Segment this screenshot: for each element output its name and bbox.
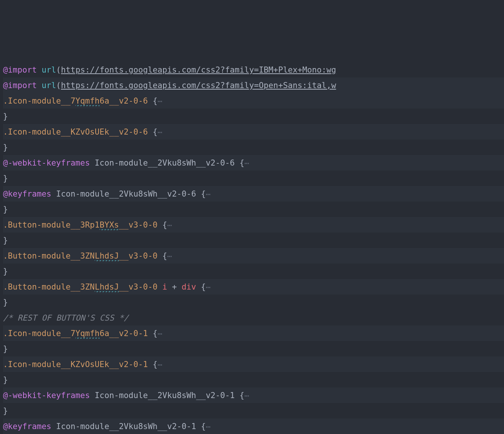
at-rule-keyword: @import <box>3 65 37 74</box>
selector-token: 6a__v2-0-1 <box>100 329 148 338</box>
code-line[interactable]: /* REST OF BUTTON'S CSS */ <box>3 310 504 326</box>
code-line[interactable]: } <box>3 232 504 248</box>
code-token: } <box>3 205 8 214</box>
code-token <box>167 282 172 291</box>
selector-token: Yqmfh <box>75 96 100 106</box>
code-token: { <box>201 422 206 431</box>
code-token: { <box>148 96 158 105</box>
code-token: { <box>148 127 158 136</box>
selector-token: .Button-module__3Rp1 <box>3 220 100 229</box>
code-token: } <box>3 236 8 245</box>
code-editor[interactable]: @import url(https://fonts.googleapis.com… <box>0 62 504 434</box>
code-line[interactable]: @keyframes Icon-module__2Vku8sWh__v2-0-1… <box>3 418 504 434</box>
code-token <box>157 282 162 291</box>
code-line[interactable]: } <box>3 140 504 155</box>
code-token: } <box>3 406 8 415</box>
code-token: } <box>3 344 8 353</box>
code-line[interactable]: .Button-module__3ZNLhdsJ__v3-0-0 {⋯ <box>3 248 504 264</box>
code-line[interactable]: .Icon-module__7Yqmfh6a__v2-0-1 {⋯ <box>3 326 504 341</box>
code-token <box>37 65 42 74</box>
at-rule-keyword: @keyframes <box>3 189 51 198</box>
at-rule-keyword: @-webkit-keyframes <box>3 391 90 400</box>
selector-token: .Icon-module__7 <box>3 329 75 338</box>
selector-token: __v3-0-0 <box>119 251 157 260</box>
code-token: Icon-module__2Vku8sWh__v2-0-6 <box>90 158 240 167</box>
function-name: url <box>42 65 56 74</box>
code-line[interactable]: .Button-module__3Rp1BYXs__v3-0-0 {⋯ <box>3 217 504 232</box>
selector-token: BYXs <box>100 220 119 230</box>
tag-selector-token: div <box>182 282 196 291</box>
url-literal: https://fonts.googleapis.com/css2?family… <box>61 81 336 90</box>
code-token: + <box>172 282 177 291</box>
fold-ellipsis-icon[interactable]: ⋯ <box>244 391 249 400</box>
selector-token: 6a__v2-0-6 <box>100 96 148 105</box>
code-line[interactable]: @-webkit-keyframes Icon-module__2Vku8sWh… <box>3 155 504 170</box>
code-line[interactable]: } <box>3 341 504 356</box>
fold-ellipsis-icon[interactable]: ⋯ <box>206 282 211 292</box>
comment-token: /* REST OF BUTTON'S CSS */ <box>3 313 129 322</box>
fold-ellipsis-icon[interactable]: ⋯ <box>167 220 172 230</box>
selector-token: .Button-module__3ZN <box>3 251 95 260</box>
code-line[interactable]: } <box>3 403 504 418</box>
code-token: } <box>3 143 8 152</box>
url-literal: https://fonts.googleapis.com/css2?family… <box>61 65 336 74</box>
code-token: ( <box>56 81 61 90</box>
code-line[interactable]: @-webkit-keyframes Icon-module__2Vku8sWh… <box>3 388 504 403</box>
selector-token: LhdsJ <box>95 251 119 261</box>
code-token: { <box>240 158 244 167</box>
code-token: { <box>240 391 244 400</box>
fold-ellipsis-icon[interactable]: ⋯ <box>157 329 162 338</box>
code-line[interactable]: .Icon-module__7Yqmfh6a__v2-0-6 {⋯ <box>3 93 504 108</box>
code-token: Icon-module__2Vku8sWh__v2-0-1 <box>90 391 240 400</box>
code-token: { <box>157 220 167 229</box>
code-token: { <box>148 329 158 338</box>
fold-ellipsis-icon[interactable]: ⋯ <box>206 422 211 431</box>
at-rule-keyword: @-webkit-keyframes <box>3 158 90 167</box>
code-line[interactable]: .Button-module__3ZNLhdsJ__v3-0-0 i + div… <box>3 279 504 294</box>
code-token: } <box>3 375 8 384</box>
tag-selector-token: i <box>162 282 167 291</box>
code-token: } <box>3 174 8 183</box>
fold-ellipsis-icon[interactable]: ⋯ <box>157 360 162 369</box>
code-line[interactable]: @keyframes Icon-module__2Vku8sWh__v2-0-6… <box>3 186 504 202</box>
code-token: { <box>148 360 158 369</box>
code-token: } <box>3 298 8 307</box>
code-line[interactable]: } <box>3 202 504 217</box>
code-line[interactable]: } <box>3 170 504 186</box>
fold-ellipsis-icon[interactable]: ⋯ <box>157 96 162 106</box>
code-line[interactable]: } <box>3 264 504 279</box>
fold-ellipsis-icon[interactable]: ⋯ <box>244 158 249 168</box>
function-name: url <box>42 81 56 90</box>
fold-ellipsis-icon[interactable]: ⋯ <box>206 189 211 199</box>
code-line[interactable]: } <box>3 372 504 388</box>
code-token: ( <box>56 65 61 74</box>
selector-token: .Button-module__3ZN <box>3 282 95 291</box>
fold-ellipsis-icon[interactable]: ⋯ <box>167 251 172 261</box>
code-token <box>37 81 42 90</box>
code-token: Icon-module__2Vku8sWh__v2-0-6 <box>51 189 201 198</box>
selector-token: __v3-0-0 <box>119 220 157 229</box>
code-line[interactable]: @import url(https://fonts.googleapis.com… <box>3 78 504 93</box>
selector-token: LhdsJ <box>95 282 119 292</box>
code-line[interactable]: .Icon-module__KZvOsUEk__v2-0-6 {⋯ <box>3 124 504 140</box>
at-rule-keyword: @keyframes <box>3 422 51 431</box>
code-token: { <box>157 251 167 260</box>
code-line[interactable]: .Icon-module__KZvOsUEk__v2-0-1 {⋯ <box>3 356 504 372</box>
selector-token: .Icon-module__7 <box>3 96 75 105</box>
code-token: { <box>201 189 206 198</box>
at-rule-keyword: @import <box>3 81 37 90</box>
code-token: Icon-module__2Vku8sWh__v2-0-1 <box>51 422 201 431</box>
code-token: } <box>3 112 8 121</box>
fold-ellipsis-icon[interactable]: ⋯ <box>157 127 162 137</box>
code-token: { <box>196 282 206 291</box>
code-line[interactable]: } <box>3 108 504 124</box>
selector-token: Yqmfh <box>75 329 100 339</box>
code-line[interactable]: @import url(https://fonts.googleapis.com… <box>3 62 504 78</box>
selector-token: .Icon-module__KZvOsUEk__v2-0-6 <box>3 127 148 136</box>
selector-token: __v3-0-0 <box>119 282 157 291</box>
selector-token: .Icon-module__KZvOsUEk__v2-0-1 <box>3 360 148 369</box>
code-token <box>177 282 182 291</box>
code-line[interactable]: } <box>3 294 504 310</box>
code-token: } <box>3 267 8 276</box>
